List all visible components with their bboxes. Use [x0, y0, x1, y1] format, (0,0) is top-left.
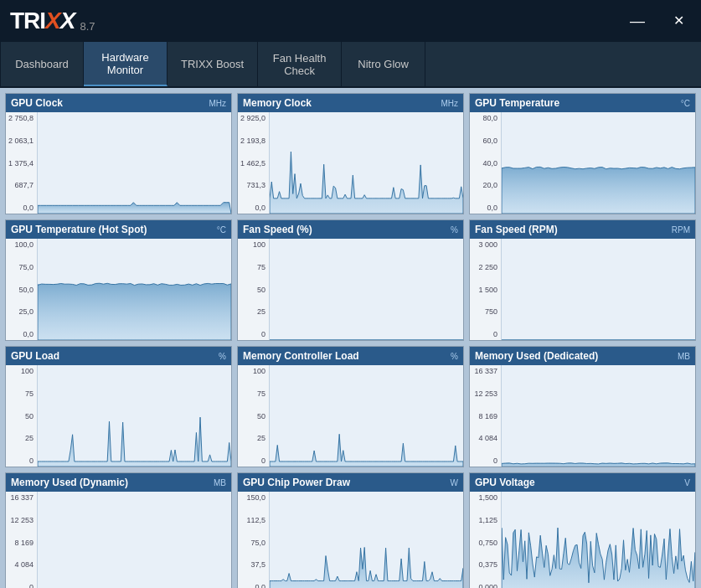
- tab-fan-health-check[interactable]: Fan HealthCheck: [258, 42, 342, 86]
- titlebar: TRIXX 8.7 — ✕: [0, 0, 701, 42]
- chart-unit-fan-speed-pct: %: [451, 225, 458, 235]
- chart-label-gpu-load: GPU Load: [11, 350, 59, 362]
- chart-label-fan-speed-pct: Fan Speed (%): [243, 224, 312, 235]
- chart-card-memory-clock: Memory Clock MHz 2 925,02 193,81 462,573…: [237, 93, 464, 214]
- window-controls: — ✕: [611, 12, 691, 30]
- chart-card-gpu-chip-power: GPU Chip Power Draw W 150,0112,575,037,5…: [237, 472, 464, 588]
- chart-svg-gpu-clock: [38, 112, 231, 214]
- chart-yaxis-gpu-temp-hotspot: 100,075,050,025,00,0: [6, 239, 38, 340]
- chart-area-gpu-voltage: [502, 492, 695, 588]
- chart-yaxis-memory-used-dynamic: 16 33712 2538 1694 0840: [6, 492, 38, 588]
- chart-body-memory-used-dedicated: 16 33712 2538 1694 0840: [470, 365, 695, 467]
- chart-label-memory-used-dedicated: Memory Used (Dedicated): [475, 350, 598, 362]
- chart-svg-memory-used-dynamic: [38, 492, 231, 588]
- chart-card-gpu-temp-hotspot: GPU Temperature (Hot Spot) °C 100,075,05…: [5, 219, 232, 341]
- chart-yaxis-gpu-voltage: 1,5001,1250,7500,3750,000: [470, 492, 502, 588]
- chart-header-memory-clock: Memory Clock MHz: [238, 94, 463, 112]
- chart-area-memory-used-dedicated: [502, 365, 695, 467]
- chart-header-gpu-temperature: GPU Temperature °C: [470, 94, 695, 112]
- tab-hardware-monitor-label: HardwareMonitor: [101, 51, 148, 76]
- chart-header-fan-speed-pct: Fan Speed (%) %: [238, 220, 463, 239]
- chart-body-memory-clock: 2 925,02 193,81 462,5731,30,0: [238, 112, 463, 214]
- close-button[interactable]: ✕: [667, 12, 691, 30]
- chart-card-memory-used-dynamic: Memory Used (Dynamic) MB 16 33712 2538 1…: [5, 472, 232, 588]
- chart-body-fan-speed-rpm: 3 0002 2501 5007500: [470, 239, 695, 340]
- chart-svg-memory-clock: [270, 112, 463, 214]
- chart-yaxis-gpu-chip-power: 150,0112,575,037,50,0: [238, 492, 270, 588]
- app-logo: TRIXX 8.7: [10, 8, 95, 34]
- chart-svg-gpu-temp-hotspot: [38, 239, 231, 340]
- chart-yaxis-gpu-load: 1007550250: [6, 365, 38, 467]
- tab-dashboard-label: Dashboard: [15, 58, 69, 70]
- chart-area-gpu-clock: [38, 112, 231, 214]
- chart-card-gpu-temperature: GPU Temperature °C 80,060,040,020,00,0: [469, 93, 696, 214]
- chart-body-gpu-voltage: 1,5001,1250,7500,3750,000: [470, 492, 695, 588]
- chart-unit-gpu-load: %: [219, 352, 226, 361]
- chart-label-memory-used-dynamic: Memory Used (Dynamic): [11, 477, 128, 488]
- chart-unit-gpu-voltage: V: [684, 478, 690, 487]
- chart-unit-fan-speed-rpm: RPM: [672, 225, 690, 235]
- chart-unit-gpu-temp-hotspot: °C: [217, 225, 226, 235]
- chart-label-gpu-clock: GPU Clock: [11, 97, 63, 109]
- tab-nitro-glow-label: Nitro Glow: [358, 58, 409, 70]
- chart-header-gpu-temp-hotspot: GPU Temperature (Hot Spot) °C: [6, 220, 231, 239]
- chart-header-gpu-chip-power: GPU Chip Power Draw W: [238, 473, 463, 492]
- chart-unit-memory-used-dedicated: MB: [678, 352, 690, 361]
- chart-card-memory-controller-load: Memory Controller Load % 1007550250: [237, 346, 464, 467]
- chart-header-gpu-clock: GPU Clock MHz: [6, 94, 231, 112]
- chart-label-gpu-chip-power: GPU Chip Power Draw: [243, 477, 350, 488]
- chart-svg-memory-controller-load: [270, 365, 463, 467]
- chart-label-gpu-temp-hotspot: GPU Temperature (Hot Spot): [11, 224, 147, 235]
- chart-yaxis-memory-used-dedicated: 16 33712 2538 1694 0840: [470, 365, 502, 467]
- chart-body-gpu-chip-power: 150,0112,575,037,50,0: [238, 492, 463, 588]
- chart-card-gpu-load: GPU Load % 1007550250: [5, 346, 232, 467]
- chart-body-gpu-load: 1007550250: [6, 365, 231, 467]
- chart-body-fan-speed-pct: 1007550250: [238, 239, 463, 340]
- chart-yaxis-fan-speed-rpm: 3 0002 2501 5007500: [470, 239, 502, 340]
- chart-area-memory-used-dynamic: [38, 492, 231, 588]
- chart-unit-gpu-temperature: °C: [681, 99, 690, 108]
- chart-label-memory-controller-load: Memory Controller Load: [243, 350, 359, 362]
- chart-area-gpu-load: [38, 365, 231, 467]
- chart-unit-memory-controller-load: %: [451, 352, 458, 361]
- minimize-button[interactable]: —: [623, 12, 652, 30]
- chart-card-fan-speed-pct: Fan Speed (%) % 1007550250: [237, 219, 464, 341]
- tab-bar: Dashboard HardwareMonitor TRIXX Boost Fa…: [0, 42, 701, 88]
- chart-svg-fan-speed-rpm: [502, 239, 695, 340]
- tab-dashboard[interactable]: Dashboard: [0, 42, 84, 86]
- chart-body-memory-used-dynamic: 16 33712 2538 1694 0840: [6, 492, 231, 588]
- chart-header-fan-speed-rpm: Fan Speed (RPM) RPM: [470, 220, 695, 239]
- chart-label-fan-speed-rpm: Fan Speed (RPM): [475, 224, 558, 235]
- tab-trixx-boost-label: TRIXX Boost: [181, 58, 244, 70]
- chart-yaxis-memory-clock: 2 925,02 193,81 462,5731,30,0: [238, 112, 270, 214]
- chart-header-gpu-load: GPU Load %: [6, 347, 231, 365]
- tab-nitro-glow[interactable]: Nitro Glow: [342, 42, 425, 86]
- chart-svg-gpu-temperature: [502, 112, 695, 214]
- chart-body-gpu-temp-hotspot: 100,075,050,025,00,0: [6, 239, 231, 340]
- chart-svg-gpu-load: [38, 365, 231, 467]
- chart-body-gpu-temperature: 80,060,040,020,00,0: [470, 112, 695, 214]
- chart-unit-gpu-chip-power: W: [451, 478, 458, 487]
- tab-trixx-boost[interactable]: TRIXX Boost: [168, 42, 258, 86]
- chart-yaxis-fan-speed-pct: 1007550250: [238, 239, 270, 340]
- chart-card-fan-speed-rpm: Fan Speed (RPM) RPM 3 0002 2501 5007500: [469, 219, 696, 341]
- chart-label-gpu-temperature: GPU Temperature: [475, 97, 559, 109]
- chart-area-fan-speed-rpm: [502, 239, 695, 340]
- chart-yaxis-memory-controller-load: 1007550250: [238, 365, 270, 467]
- chart-unit-memory-used-dynamic: MB: [214, 478, 226, 487]
- chart-svg-fan-speed-pct: [270, 239, 463, 340]
- chart-area-memory-clock: [270, 112, 463, 214]
- chart-card-gpu-clock: GPU Clock MHz 2 750,82 063,11 375,4687,7…: [5, 93, 232, 214]
- chart-header-gpu-voltage: GPU Voltage V: [470, 473, 695, 492]
- chart-yaxis-gpu-clock: 2 750,82 063,11 375,4687,70,0: [6, 112, 38, 214]
- chart-header-memory-used-dedicated: Memory Used (Dedicated) MB: [470, 347, 695, 365]
- chart-area-memory-controller-load: [270, 365, 463, 467]
- chart-area-fan-speed-pct: [270, 239, 463, 340]
- chart-card-gpu-voltage: GPU Voltage V 1,5001,1250,7500,3750,000: [469, 472, 696, 588]
- chart-area-gpu-temp-hotspot: [38, 239, 231, 340]
- chart-card-memory-used-dedicated: Memory Used (Dedicated) MB 16 33712 2538…: [469, 346, 696, 467]
- chart-unit-gpu-clock: MHz: [209, 99, 226, 108]
- tab-hardware-monitor[interactable]: HardwareMonitor: [84, 42, 168, 86]
- tab-fan-health-check-label: Fan HealthCheck: [273, 52, 327, 77]
- chart-body-memory-controller-load: 1007550250: [238, 365, 463, 467]
